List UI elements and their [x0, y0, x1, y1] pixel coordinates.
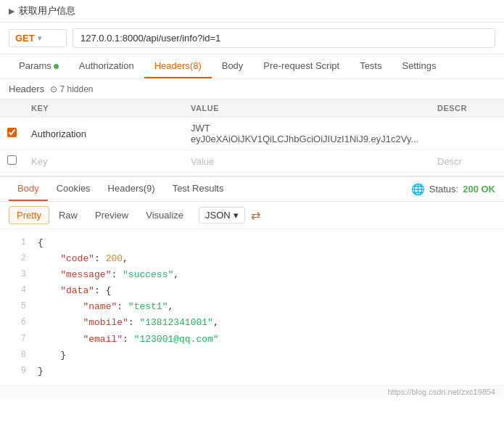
- method-label: GET: [15, 33, 35, 44]
- response-tabs-bar: Body Cookies Headers(9) Test Results 🌐 S…: [0, 177, 504, 202]
- json-line-6: 6 "mobile": "13812341001",: [0, 315, 504, 331]
- key-cell-1: Authorization: [24, 118, 183, 150]
- tab-body[interactable]: Body: [212, 54, 254, 78]
- headers-sublabel: Headers: [9, 83, 44, 94]
- tab-settings[interactable]: Settings: [392, 54, 446, 78]
- method-chevron-icon: ▾: [38, 34, 41, 42]
- json-line-7: 7 "email": "123001@qq.com": [0, 332, 504, 348]
- json-type-select[interactable]: JSON ▾: [199, 207, 245, 224]
- url-bar: GET ▾: [0, 22, 504, 54]
- col-desc-header: DESCR: [430, 99, 504, 118]
- json-line-8: 8 }: [0, 348, 504, 364]
- resp-tab-headers[interactable]: Headers(9): [99, 177, 164, 201]
- desc-cell-1: [430, 118, 504, 150]
- json-line-3: 3 "message": "success",: [0, 267, 504, 283]
- status-value: 200 OK: [463, 184, 495, 194]
- response-section: Body Cookies Headers(9) Test Results 🌐 S…: [0, 176, 504, 385]
- json-line-4: 4 "data": {: [0, 283, 504, 299]
- fmt-pretty[interactable]: Pretty: [9, 206, 49, 224]
- footer-link: https://blog.csdn.net/zxc19854: [387, 388, 495, 396]
- headers-badge: (8): [190, 60, 202, 71]
- fmt-visualize[interactable]: Visualize: [138, 206, 191, 224]
- breadcrumb-arrow: ▶: [9, 7, 15, 16]
- resp-tab-body[interactable]: Body: [9, 177, 48, 201]
- url-input[interactable]: [73, 28, 495, 48]
- wrap-icon[interactable]: ⇄: [251, 208, 260, 222]
- resp-tab-testresults[interactable]: Test Results: [164, 177, 233, 201]
- desc-cell-2[interactable]: Descr: [430, 150, 504, 173]
- globe-icon: 🌐: [411, 183, 425, 196]
- fmt-raw[interactable]: Raw: [51, 206, 86, 224]
- value-cell-2[interactable]: Value: [183, 150, 430, 173]
- json-body: 1 { 2 "code": 200, 3 "message": "success…: [0, 229, 504, 385]
- value-cell-1: JWT eyJ0eXAiOiJKV1QiLCJhbGciOiJIUzI1NiJ9…: [183, 118, 430, 150]
- format-bar: Pretty Raw Preview Visualize JSON ▾ ⇄: [0, 202, 504, 229]
- col-value-header: VALUE: [183, 99, 430, 118]
- status-label: Status:: [429, 184, 458, 194]
- request-tabs: Params Authorization Headers(8) Body Pre…: [0, 54, 504, 79]
- response-status: 🌐 Status: 200 OK: [411, 183, 495, 196]
- params-dot: [54, 64, 59, 69]
- resp-headers-badge: (9): [144, 183, 155, 194]
- resp-tab-cookies[interactable]: Cookies: [48, 177, 99, 201]
- key-cell-2[interactable]: Key: [24, 150, 183, 173]
- breadcrumb-text: 获取用户信息: [19, 4, 75, 17]
- col-checkbox: [0, 99, 24, 118]
- table-row: Authorization JWT eyJ0eXAiOiJKV1QiLCJhbG…: [0, 118, 504, 150]
- json-line-1: 1 {: [0, 235, 504, 251]
- tab-headers[interactable]: Headers(8): [144, 54, 212, 78]
- tab-prerequest[interactable]: Pre-request Script: [253, 54, 350, 78]
- headers-subbar: Headers ⊙ 7 hidden: [0, 79, 504, 99]
- row-checkbox-2[interactable]: [7, 155, 17, 165]
- json-chevron-icon: ▾: [234, 210, 239, 221]
- headers-table: KEY VALUE DESCR Authorization JWT eyJ0eX…: [0, 99, 504, 173]
- row-checkbox-1[interactable]: [7, 128, 17, 137]
- json-line-5: 5 "name": "test1",: [0, 299, 504, 315]
- json-line-2: 2 "code": 200,: [0, 251, 504, 267]
- method-select[interactable]: GET ▾: [9, 29, 67, 47]
- footer-bar: https://blog.csdn.net/zxc19854: [0, 385, 504, 398]
- tab-params[interactable]: Params: [9, 54, 69, 78]
- col-key-header: KEY: [24, 99, 183, 118]
- hidden-count[interactable]: ⊙ 7 hidden: [50, 84, 93, 94]
- tab-tests[interactable]: Tests: [350, 54, 392, 78]
- json-line-9: 9 }: [0, 364, 504, 380]
- breadcrumb: ▶ 获取用户信息: [0, 0, 504, 22]
- table-row: Key Value Descr: [0, 150, 504, 173]
- tab-authorization[interactable]: Authorization: [69, 54, 144, 78]
- fmt-preview[interactable]: Preview: [87, 206, 136, 224]
